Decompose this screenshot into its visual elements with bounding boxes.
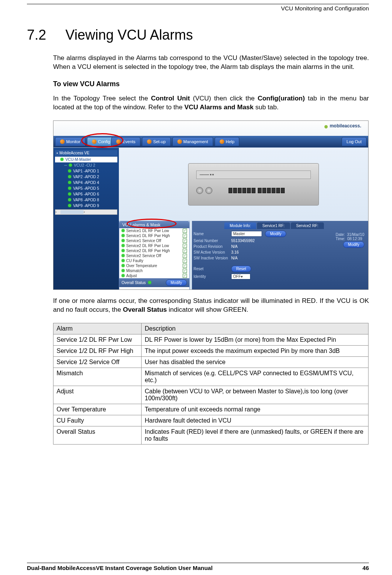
tree-leaf[interactable]: VAP4 -APOD 4 <box>55 180 117 186</box>
nav-events[interactable]: Events <box>111 137 140 146</box>
section-name: Viewing VCU Alarms <box>65 27 193 43</box>
app-header: ● mobileaccess. Monitor Config Events Se… <box>53 121 368 148</box>
app-body: ▪ MobileAccess VE VCU-M-Master ─ VCU2 -C… <box>53 148 368 290</box>
nav-management[interactable]: Management <box>172 137 213 146</box>
header-rule <box>27 4 369 4</box>
alarm-checkbox[interactable]: ✓ <box>183 269 187 273</box>
nav-help[interactable]: Help <box>215 137 240 146</box>
alarm-item: Service1 DL RF Pwr High✓ <box>119 233 189 238</box>
page-footer: Dual-Band MobileAccessVE Instant Coverag… <box>27 563 369 571</box>
overall-status-row: Overall Status Modify <box>119 278 189 287</box>
table-row: Overall StatusIndicates Fault (RED) leve… <box>53 426 369 444</box>
post-screenshot-paragraph: If one or more alarms occur, the corresp… <box>53 297 369 314</box>
events-icon <box>116 139 121 144</box>
page-number: 46 <box>362 565 369 571</box>
tree-root[interactable]: ▪ MobileAccess VE <box>55 150 117 156</box>
tree-leaf[interactable]: VAP8 -APOD 8 <box>55 197 117 203</box>
config-icon <box>92 139 97 144</box>
alarm-item: Service2 DL RF Pwr High✓ <box>119 248 189 253</box>
tree-leaf[interactable]: VAP6 -APOD 6 <box>55 191 117 197</box>
name-input[interactable]: Master <box>231 231 262 237</box>
device-knob-icon <box>205 187 212 194</box>
section-title: 7.2 Viewing VCU Alarms <box>27 27 369 43</box>
device-image: •••••••••• ■ ■ <box>188 163 319 206</box>
table-row: Service 1/2 DL RF Pwr LowDL RF Power is … <box>53 334 369 345</box>
status-led-icon <box>68 192 71 196</box>
alarm-item: Mismatch✓ <box>119 268 189 273</box>
alarms-panel: VCU alarms & Mask Service1 DL RF Pwr Low… <box>119 221 190 290</box>
alarm-checkbox[interactable]: ✓ <box>183 249 187 253</box>
table-row: Service 1/2 Service OffUser has disabled… <box>53 356 369 368</box>
tab-service2-rf[interactable]: Service2 RF: <box>291 222 324 229</box>
footer-rule <box>27 563 369 563</box>
nav-logout[interactable]: Log Out <box>342 137 367 146</box>
modify-button[interactable]: Modify <box>343 241 364 248</box>
tree-scrollbar[interactable]: ‹ › <box>55 209 117 215</box>
alarm-item: CU Faulty✓ <box>119 258 189 263</box>
tree-master[interactable]: VCU-M-Master <box>55 157 117 162</box>
alarm-checkbox[interactable]: ✓ <box>183 244 187 248</box>
nav-bar: Monitor Config Events Set-up Management … <box>53 136 368 147</box>
tree-child[interactable]: ─ VCU2 -CU 2 <box>55 162 117 168</box>
alarm-item: Service1 DL RF Pwr Low✓ <box>119 228 189 233</box>
alarm-checkbox[interactable]: ✓ <box>183 254 187 258</box>
status-led-icon <box>68 198 71 201</box>
tree-leaf[interactable]: VAP9 -APOD 9 <box>55 203 117 209</box>
topology-tree: ▪ MobileAccess VE VCU-M-Master ─ VCU2 -C… <box>53 148 119 290</box>
alarm-item: Over Temperature✓ <box>119 263 189 268</box>
tab-service1-rf[interactable]: Service1 RF: <box>257 222 290 229</box>
alarm-checkbox[interactable]: ✓ <box>183 229 187 233</box>
table-row: Service 1/2 DL RF Pwr HighThe input powe… <box>53 345 369 356</box>
status-led-icon <box>68 169 71 172</box>
alarm-checkbox[interactable]: ✓ <box>183 259 187 263</box>
reset-button[interactable]: Reset <box>231 266 251 272</box>
table-row: CU FaultyHardware fault detected in VCU <box>53 415 369 426</box>
section-number: 7.2 <box>27 27 46 43</box>
logo: ● mobileaccess. <box>324 123 362 129</box>
alarm-item: Service1 Service Off✓ <box>119 238 189 243</box>
status-led-icon <box>68 187 71 190</box>
header-right-title: VCU Monitoring and Configuration <box>27 5 369 12</box>
status-led-icon <box>68 181 71 184</box>
table-header-description: Description <box>142 323 369 334</box>
bottom-panels: VCU alarms & Mask Service1 DL RF Pwr Low… <box>119 221 368 290</box>
instruction-paragraph: In the Topology Tree select the Control … <box>53 94 369 112</box>
table-row: AdjustCable (between VCU to VAP, or betw… <box>53 386 369 404</box>
nav-setup[interactable]: Set-up <box>142 137 170 146</box>
tab-module-info[interactable]: Module Info: <box>224 222 256 229</box>
sub-heading: To view VCU Alarms <box>53 80 369 88</box>
tree-leaf[interactable]: VAP2 -APOD 2 <box>55 174 117 180</box>
status-led-icon <box>68 204 71 207</box>
alarm-item: Service2 Service Off✓ <box>119 253 189 258</box>
alarm-item: Service2 DL RF Pwr Low✓ <box>119 243 189 248</box>
identity-select[interactable]: OFF ▾ <box>231 274 250 279</box>
device-knob-icon <box>196 187 203 194</box>
nav-monitor[interactable]: Monitor <box>55 137 85 146</box>
alarm-checkbox[interactable]: ✓ <box>183 239 187 243</box>
management-icon <box>177 139 182 144</box>
info-panel: Module Info: Service1 RF: Service2 RF: N… <box>192 221 368 290</box>
alarm-item: Adjust✓ <box>119 273 189 278</box>
overall-status-led <box>148 281 151 284</box>
monitor-icon <box>60 139 65 144</box>
alarm-checkbox[interactable]: ✓ <box>183 274 187 278</box>
status-led-icon <box>60 158 63 161</box>
alarm-description-table: AlarmDescription Service 1/2 DL RF Pwr L… <box>53 323 369 445</box>
table-row: Over TemperatureTemperature of unit exce… <box>53 404 369 415</box>
status-led-icon <box>68 175 71 178</box>
alarm-checkbox[interactable]: ✓ <box>183 234 187 238</box>
alarm-checkbox[interactable]: ✓ <box>183 264 187 268</box>
help-icon <box>220 139 224 144</box>
nav-config[interactable]: Config <box>87 137 115 146</box>
main-area: •••••••••• ■ ■ VCU alarms & Mask Service… <box>119 148 368 290</box>
footer-title: Dual-Band MobileAccessVE Instant Coverag… <box>27 565 213 571</box>
tree-leaf[interactable]: VAP5 -APOD 5 <box>55 186 117 191</box>
setup-icon <box>147 139 152 144</box>
app-screenshot: ● mobileaccess. Monitor Config Events Se… <box>53 120 369 290</box>
modify-button[interactable]: Modify <box>166 279 187 286</box>
datetime-block: Date: 31/Mar/10 Time: 08:12:39 Modify <box>336 232 365 247</box>
table-header-alarm: Alarm <box>53 323 142 334</box>
tree-leaf[interactable]: VAP1 -APOD 1 <box>55 168 117 174</box>
table-row: MismatchMismatch of services (e.g. CELL/… <box>53 368 369 386</box>
modify-button[interactable]: Modify <box>265 231 286 237</box>
